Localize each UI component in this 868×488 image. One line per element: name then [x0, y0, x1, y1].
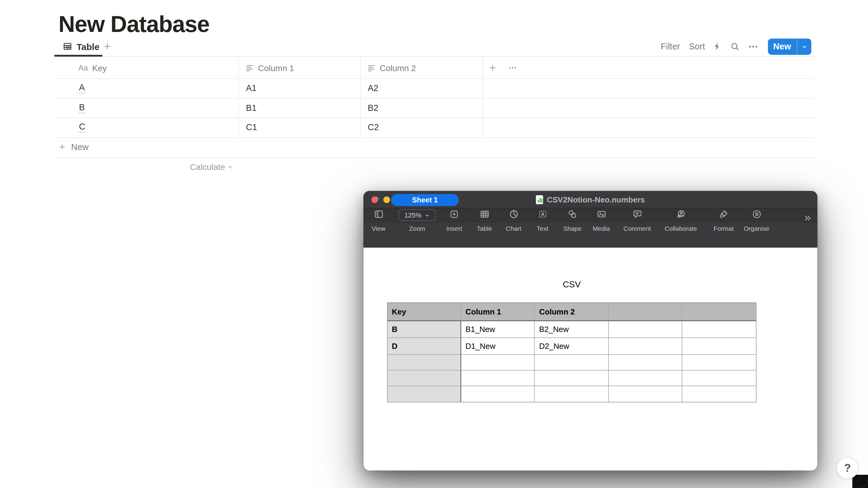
csv-cell[interactable] — [609, 338, 682, 355]
calculate-label: Calculate — [190, 162, 225, 172]
column-header-key[interactable]: Aa Key — [79, 57, 107, 78]
table-row-cell[interactable]: C2 — [368, 118, 379, 137]
text-lines-icon — [245, 64, 254, 72]
table-row-cell[interactable]: C1 — [246, 118, 257, 137]
csv-cell[interactable] — [682, 370, 756, 386]
table-row-cell-key[interactable]: C — [79, 118, 86, 137]
table-row-cell[interactable]: B1 — [246, 98, 257, 118]
csv-header-cell[interactable]: Key — [388, 303, 461, 321]
csv-header-cell[interactable]: Column 1 — [461, 303, 535, 321]
text-box-icon: A — [537, 209, 548, 219]
csv-header-cell[interactable] — [609, 303, 682, 321]
svg-text:A: A — [541, 212, 544, 217]
chevron-down-icon — [801, 43, 807, 50]
sheet-tab-active[interactable]: Sheet 1 — [391, 194, 459, 206]
table-row-cell[interactable]: A1 — [246, 78, 257, 98]
more-options-button[interactable] — [748, 38, 758, 55]
table-row-cell-key[interactable]: A — [79, 78, 85, 98]
calculate-button[interactable]: Calculate — [190, 160, 234, 173]
desktop-corner — [852, 475, 868, 488]
csv-cell[interactable]: B2_New — [535, 321, 609, 338]
toolbar-overflow-button[interactable] — [803, 214, 812, 225]
table-options-button[interactable] — [508, 57, 517, 78]
toolbar-comment-button[interactable]: Comment — [616, 209, 658, 232]
photo-icon — [596, 209, 607, 219]
column-header-column2[interactable]: Column 2 — [367, 57, 416, 78]
csv-cell[interactable] — [682, 338, 756, 355]
tab-table[interactable]: Table — [63, 38, 99, 55]
csv-cell[interactable] — [682, 355, 756, 370]
csv-cell[interactable] — [682, 321, 756, 338]
spreadsheet-canvas: CSV Key Column 1 Column 2 B B1_New B2_Ne… — [364, 248, 817, 470]
collaborate-person-icon — [675, 209, 686, 219]
minimize-button[interactable] — [383, 196, 390, 203]
row-divider — [54, 98, 815, 98]
row-divider — [54, 157, 815, 158]
double-chevron-right-icon — [803, 214, 812, 222]
table-view-icon — [63, 41, 72, 51]
csv-cell[interactable] — [609, 370, 682, 386]
help-button[interactable]: ? — [837, 457, 858, 479]
csv-cell[interactable] — [609, 321, 682, 338]
table-row-cell[interactable]: A2 — [368, 78, 378, 98]
csv-cell[interactable] — [461, 386, 535, 402]
plus-icon — [102, 41, 112, 51]
row-divider — [54, 137, 815, 138]
automations-button[interactable] — [712, 38, 722, 55]
csv-cell[interactable]: B1_New — [461, 321, 535, 338]
add-column-button[interactable] — [488, 57, 497, 78]
toolbar-collaborate-button[interactable]: Collaborate — [660, 209, 702, 232]
organise-circle-icon — [751, 209, 762, 219]
csv-cell[interactable]: D — [388, 338, 461, 355]
csv-cell[interactable] — [388, 355, 461, 370]
toolbar-view-button[interactable]: View — [358, 209, 400, 232]
add-row-button[interactable]: New — [58, 137, 89, 157]
new-button-dropdown[interactable] — [797, 38, 811, 55]
csv-cell[interactable]: D2_New — [535, 338, 609, 355]
csv-table: Key Column 1 Column 2 B B1_New B2_New D … — [387, 302, 756, 402]
insert-plus-icon — [449, 209, 459, 219]
tab-table-label: Table — [76, 41, 99, 52]
add-sheet-button[interactable] — [370, 192, 383, 204]
text-lines-icon — [367, 64, 375, 72]
table-row-cell-key[interactable]: B — [79, 98, 85, 118]
csv-cell[interactable] — [388, 386, 461, 402]
column-divider — [360, 57, 361, 137]
search-button[interactable] — [730, 38, 740, 55]
filter-button[interactable]: Filter — [661, 38, 680, 55]
column-header-column1[interactable]: Column 1 — [245, 57, 294, 78]
csv-cell[interactable] — [461, 355, 535, 370]
csv-cell[interactable]: D1_New — [461, 338, 535, 355]
new-button-label[interactable]: New — [768, 38, 797, 55]
page-title[interactable]: New Database — [59, 10, 210, 38]
csv-header-cell[interactable]: Column 2 — [535, 303, 609, 321]
csv-cell[interactable]: B — [388, 321, 461, 338]
table-row-cell[interactable]: B2 — [368, 98, 378, 118]
csv-header-cell[interactable] — [682, 303, 756, 321]
column-divider — [482, 57, 483, 137]
sidebar-view-icon — [373, 209, 384, 219]
toolbar-organise-button[interactable]: Organise — [735, 209, 778, 232]
lightning-icon — [712, 41, 722, 51]
new-record-button[interactable]: New — [768, 38, 811, 55]
column-divider — [238, 57, 239, 137]
csv-cell[interactable] — [535, 386, 609, 402]
zoom-value: 125% — [404, 212, 421, 219]
sort-button[interactable]: Sort — [689, 38, 705, 55]
ellipsis-icon — [748, 41, 758, 52]
active-tab-underline — [54, 55, 102, 57]
zoom-dropdown[interactable]: 125% — [398, 209, 436, 221]
csv-cell[interactable] — [535, 355, 609, 370]
csv-cell[interactable] — [388, 370, 461, 386]
add-row-label: New — [71, 142, 89, 152]
screen: New Database Table Filter Sort — [0, 0, 868, 488]
chevron-down-icon — [424, 213, 430, 218]
csv-cell[interactable] — [609, 355, 682, 370]
csv-cell[interactable] — [682, 386, 756, 402]
csv-cell[interactable] — [461, 370, 535, 386]
csv-cell[interactable] — [609, 386, 682, 402]
csv-cell[interactable] — [535, 370, 609, 386]
chevron-down-icon — [227, 164, 234, 170]
notion-page: New Database Table Filter Sort — [0, 0, 868, 488]
add-view-button[interactable] — [102, 38, 112, 55]
